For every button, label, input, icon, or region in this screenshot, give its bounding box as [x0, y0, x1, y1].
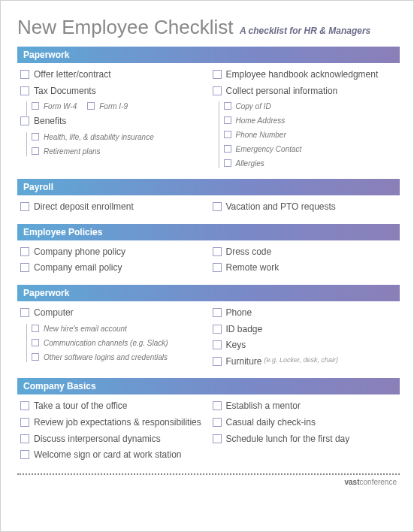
item-discuss: Discuss interpersonal dynamics — [20, 434, 205, 446]
label: Benefits — [34, 116, 66, 128]
col-left: Offer letter/contract Tax Documents Form… — [20, 69, 205, 173]
checkbox[interactable] — [32, 325, 39, 332]
footer-brand2: conference — [360, 478, 397, 486]
item-health: Health, life, & disability insurance — [32, 132, 205, 142]
footer: vastconference — [17, 478, 400, 486]
label: Retirement plans — [44, 147, 101, 156]
checkbox[interactable] — [224, 145, 231, 153]
checkbox[interactable] — [224, 102, 231, 110]
section-header-basics: Company Basics — [17, 378, 400, 394]
section-body-basics: Take a tour of the office Review job exp… — [17, 401, 400, 465]
sub-group-tax: Form W-4 Form I-9 — [26, 101, 205, 116]
checkbox[interactable] — [213, 325, 222, 334]
checkbox[interactable] — [20, 418, 29, 427]
label: Form I-9 — [99, 101, 128, 111]
item-idbadge: ID badge — [213, 324, 397, 336]
section-header-payroll: Payroll — [17, 179, 400, 195]
item-tour: Take a tour of the office — [20, 401, 205, 413]
label: Dress code — [226, 246, 272, 258]
checkbox[interactable] — [20, 70, 29, 79]
checkbox[interactable] — [20, 86, 29, 95]
label: Health, life, & disability insurance — [44, 132, 154, 142]
item-allerg: Allergies — [224, 159, 397, 168]
section-body-paperwork: Offer letter/contract Tax Documents Form… — [17, 69, 400, 173]
checkbox[interactable] — [213, 247, 222, 256]
col-left: Computer New hire's email account Commun… — [20, 307, 205, 372]
label: Tax Documents — [34, 86, 96, 98]
checkbox[interactable] — [213, 401, 222, 410]
item-retire: Retirement plans — [32, 147, 205, 156]
sub-group-computer: New hire's email account Communication c… — [26, 324, 205, 362]
item-other: Other software logins and credentials — [32, 352, 205, 362]
section-header-paperwork2: Paperwork — [17, 285, 400, 301]
item-keys: Keys — [213, 340, 397, 352]
checkbox[interactable] — [213, 263, 222, 272]
item-emailpolicy: Company email policy — [20, 262, 205, 274]
checkbox[interactable] — [213, 308, 222, 317]
label: Casual daily check-ins — [226, 417, 316, 429]
item-comm: Communication channels (e.g. Slack) — [32, 338, 205, 348]
label: Offer letter/contract — [34, 69, 111, 81]
col-right: Phone ID badge Keys Furniture(e.g. Locke… — [213, 307, 397, 372]
item-emerg: Emergency Contact — [224, 144, 397, 154]
section-body-payroll: Direct deposit enrollment Vacation and P… — [17, 201, 400, 218]
checkbox[interactable] — [213, 357, 222, 366]
label: Furniture — [226, 356, 262, 368]
checkbox[interactable] — [20, 263, 29, 272]
label: Other software logins and credentials — [44, 352, 168, 362]
checkbox[interactable] — [213, 340, 222, 349]
item-phone2: Phone — [213, 307, 397, 319]
checkbox[interactable] — [224, 131, 231, 138]
label: Company email policy — [34, 262, 122, 274]
checkbox[interactable] — [213, 202, 222, 211]
label: Phone Number — [236, 130, 286, 140]
col-left: Take a tour of the office Review job exp… — [20, 401, 205, 465]
col-left: Company phone policy Company email polic… — [20, 246, 205, 279]
item-remote: Remote work — [213, 262, 397, 274]
checkbox[interactable] — [32, 133, 39, 141]
checkbox[interactable] — [20, 308, 29, 317]
page-title: New Employee Checklist — [17, 16, 234, 38]
col-right: Establish a mentor Casual daily check-in… — [213, 401, 397, 465]
checkbox[interactable] — [20, 401, 29, 410]
item-welcome: Welcome sign or card at work station — [20, 449, 205, 461]
checkbox[interactable] — [20, 434, 29, 443]
item-computer: Computer — [20, 307, 205, 319]
item-collect: Collect personal information — [213, 86, 397, 98]
checkbox[interactable] — [213, 418, 222, 427]
checkbox[interactable] — [224, 116, 231, 124]
item-phonepolicy: Company phone policy — [20, 246, 205, 258]
item-dress: Dress code — [213, 246, 397, 258]
checkbox[interactable] — [213, 86, 222, 95]
sub-group-collect: Copy of ID Home Address Phone Number Eme… — [219, 101, 397, 168]
checkbox[interactable] — [32, 102, 39, 110]
checkbox[interactable] — [213, 70, 222, 79]
label: Welcome sign or card at work station — [34, 449, 182, 461]
item-dd: Direct deposit enrollment — [20, 201, 205, 213]
checkbox[interactable] — [224, 159, 231, 167]
document-header: New Employee Checklist A checklist for H… — [17, 16, 400, 39]
checkbox[interactable] — [20, 202, 29, 211]
page-subtitle: A checklist for HR & Managers — [240, 26, 370, 36]
section-header-policies: Employee Policies — [17, 224, 400, 240]
label: Communication channels (e.g. Slack) — [44, 338, 168, 348]
col-left: Direct deposit enrollment — [20, 201, 205, 218]
checkbox[interactable] — [32, 353, 39, 361]
checkbox[interactable] — [213, 434, 222, 443]
label: Take a tour of the office — [34, 401, 128, 413]
col-right: Dress code Remote work — [213, 246, 397, 279]
label: Discuss interpersonal dynamics — [34, 434, 161, 446]
checkbox[interactable] — [87, 102, 95, 110]
item-review: Review job expectations & responsibiliti… — [20, 417, 205, 429]
label: Emergency Contact — [236, 144, 302, 154]
checkbox[interactable] — [32, 339, 39, 346]
checkbox[interactable] — [20, 247, 29, 256]
col-right: Employee handbook acknowledgment Collect… — [213, 69, 397, 173]
checkbox[interactable] — [20, 116, 29, 125]
checkbox[interactable] — [20, 450, 29, 459]
item-tax: Tax Documents — [20, 86, 205, 98]
label: Schedule lunch for the first day — [226, 434, 350, 446]
col-right: Vacation and PTO requests — [213, 201, 397, 218]
checkbox[interactable] — [32, 147, 39, 155]
item-checkins: Casual daily check-ins — [213, 417, 397, 429]
